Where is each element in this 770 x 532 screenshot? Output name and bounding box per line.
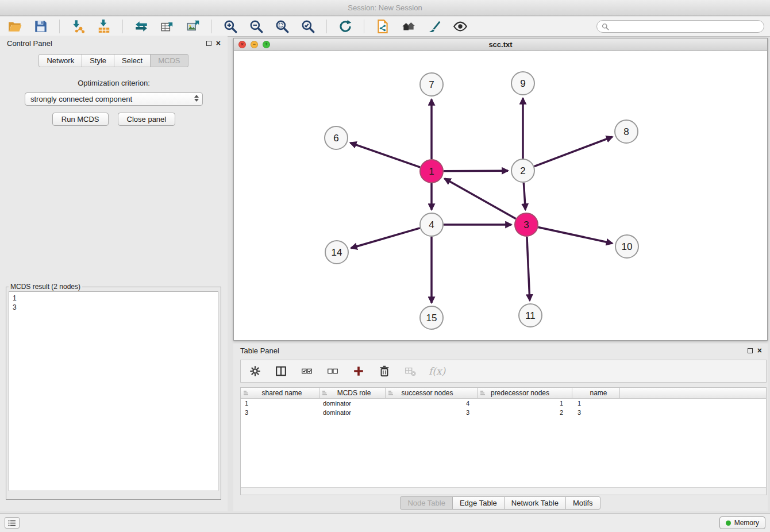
cell-predecessor-nodes[interactable]: 1 [478,399,572,408]
unselect-all-columns-icon[interactable] [325,364,340,379]
cell-shared-name[interactable]: 1 [241,399,319,408]
cell-successor-nodes[interactable]: 4 [386,399,478,408]
close-panel-button[interactable]: Close panel [118,113,176,126]
graph-node-label-8: 8 [623,126,629,137]
result-line: 1 [13,294,214,303]
column-edit-icon [322,390,328,396]
graph-edge-1-2[interactable] [444,171,508,171]
network-window-title: scc.txt [234,40,767,49]
toolbar-separator [59,20,60,33]
zoom-fit-icon[interactable] [273,18,291,35]
column-header-shared-name[interactable]: shared name [241,388,319,398]
graph-edge-1-6[interactable] [351,143,421,167]
table-toolbar: f(x) [240,360,767,383]
export-image-icon[interactable] [184,18,202,35]
close-panel-icon[interactable]: × [216,39,221,47]
export-table-icon[interactable] [158,18,176,35]
optimization-criterion-dropdown[interactable]: strongly connected component [25,92,203,106]
node-table: shared name MCDS role successor nodes pr… [240,387,767,495]
window-title: Session: New Session [348,3,422,12]
show-hide-eye-icon[interactable] [451,18,469,35]
task-history-icon[interactable] [5,517,20,529]
zoom-selected-icon[interactable] [299,18,317,35]
column-header-predecessor-nodes[interactable]: predecessor nodes [478,388,572,398]
table-panel-tabs: Node Table Edge Table Network Table Moti… [233,496,768,510]
cell-name[interactable]: 1 [572,399,620,408]
tab-edge-table[interactable]: Edge Table [452,496,505,510]
function-builder-icon[interactable]: f(x) [429,365,445,377]
minimize-window-icon[interactable]: − [251,41,258,48]
network-canvas[interactable]: 7968124314101511 [234,51,767,340]
table-settings-gear-icon[interactable] [248,364,263,379]
graph-node-label-4: 4 [429,219,434,230]
toolbar-separator [211,20,212,33]
tab-select[interactable]: Select [114,54,151,67]
control-panel-tabs: Network Style Select MCDS [0,54,228,67]
close-window-icon[interactable]: × [238,41,246,48]
table-row[interactable]: 1 dominator 4 1 1 [241,399,766,408]
save-session-icon[interactable] [32,18,50,35]
select-all-columns-icon[interactable] [299,364,314,379]
graph-edge-3-1[interactable] [445,179,516,219]
search-input[interactable] [612,22,759,30]
main-toolbar [0,17,770,37]
cell-predecessor-nodes[interactable]: 2 [478,408,572,417]
table-row[interactable]: 3 dominator 3 2 3 [241,408,766,417]
zoom-in-icon[interactable] [221,18,240,35]
graph-edge-2-3[interactable] [523,183,525,210]
optimization-criterion-label: Optimization criterion: [0,79,228,87]
refresh-icon[interactable] [336,18,355,35]
tab-node-table[interactable]: Node Table [400,496,453,510]
tab-network-table[interactable]: Network Table [504,496,566,510]
ndex-home-icon[interactable] [399,18,418,35]
tab-style[interactable]: Style [82,54,114,67]
cell-mcds-role[interactable]: dominator [319,408,386,417]
delete-trash-icon[interactable] [377,364,392,379]
mcds-result-text[interactable]: 1 3 [9,291,218,491]
table-header-row: shared name MCDS role successor nodes pr… [241,388,766,399]
window-titlebar: Session: New Session [0,0,770,16]
import-table-icon[interactable] [95,18,113,35]
control-panel: Control Panel × Network Style Select MCD… [0,36,228,511]
cell-mcds-role[interactable]: dominator [319,399,386,408]
graph-edge-4-14[interactable] [351,228,420,248]
graph-node-label-9: 9 [520,78,525,89]
create-column-plus-icon[interactable] [351,364,366,379]
tab-network[interactable]: Network [38,54,82,67]
graph-node-label-1: 1 [429,166,434,177]
run-mcds-button[interactable]: Run MCDS [52,113,109,126]
graph-edge-3-11[interactable] [527,237,530,300]
memory-button[interactable]: Memory [719,516,765,529]
network-document-icon[interactable] [374,18,392,35]
graph-edge-3-10[interactable] [538,227,613,243]
column-edit-icon [480,390,486,396]
delete-column-icon[interactable] [403,364,418,379]
mcds-result-title: MCDS result (2 nodes) [9,283,82,291]
maximize-window-icon[interactable]: + [263,41,270,48]
float-panel-icon[interactable] [206,39,211,48]
zoom-out-icon[interactable] [247,18,265,35]
show-columns-icon[interactable] [274,364,288,379]
graph-edge-2-8[interactable] [534,137,613,166]
dropdown-stepper-icon [194,95,199,102]
column-header-name[interactable]: name [572,388,620,398]
tab-motifs[interactable]: Motifs [565,496,600,510]
column-header-successor-nodes[interactable]: successor nodes [386,388,478,398]
table-panel-title: Table Panel [240,346,279,355]
network-graph[interactable]: 7968124314101511 [234,51,767,340]
style-brush-icon[interactable] [425,18,444,35]
export-network-icon[interactable] [132,18,151,35]
open-session-icon[interactable] [6,18,24,35]
column-edit-icon [243,390,249,396]
cell-successor-nodes[interactable]: 3 [386,408,478,417]
tab-mcds[interactable]: MCDS [150,54,188,67]
cell-name[interactable]: 3 [572,408,620,417]
column-header-mcds-role[interactable]: MCDS role [319,388,386,398]
horizontal-scrollbar[interactable] [241,487,766,495]
float-table-panel-icon[interactable] [748,346,753,355]
cell-shared-name[interactable]: 3 [241,408,319,417]
import-network-icon[interactable] [69,18,87,35]
search-field[interactable] [596,20,764,33]
close-table-panel-icon[interactable]: × [757,346,762,354]
network-window-titlebar[interactable]: × − + scc.txt [234,38,767,51]
